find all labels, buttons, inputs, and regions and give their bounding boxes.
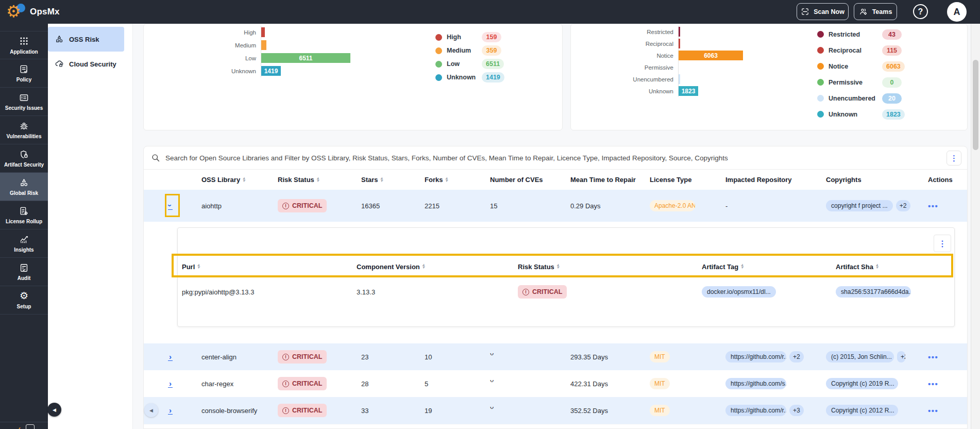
collapse-primary-sidebar-button[interactable]: ◀ (47, 403, 61, 417)
row-expand-toggle[interactable]: › (168, 407, 173, 415)
column-header-stars[interactable]: Stars▴▾ (350, 176, 413, 184)
kebab-icon: ⋮ (938, 239, 947, 249)
sort-icon[interactable]: ▴▾ (741, 264, 743, 269)
impacted-more-chip[interactable]: +3 (789, 405, 804, 416)
search-input[interactable]: Search for Open Source Libraries and Fil… (165, 154, 728, 162)
sidebar-item-policy[interactable]: Policy (0, 59, 48, 88)
stars-value: 33 (350, 407, 413, 415)
legend-item: Restricted43 (817, 26, 905, 42)
license-type-pill[interactable]: MIT (650, 351, 670, 362)
column-header-purl[interactable]: Purl▴▾ (178, 263, 357, 271)
license-type-pill[interactable]: MIT (650, 378, 670, 389)
sidebar-item-security-issues[interactable]: Security Issues (0, 88, 48, 116)
panel-options-kebab-button[interactable]: ⋮ (934, 235, 951, 252)
page-scrollbar[interactable] (971, 24, 980, 429)
row-actions-button[interactable]: ••• (928, 353, 938, 361)
sidebar-item-application[interactable]: Application (0, 31, 48, 59)
row-expand-toggle[interactable]: › (168, 202, 173, 210)
oss-library-name: center-align (190, 353, 266, 361)
row-actions-button[interactable]: ••• (928, 406, 938, 415)
copyright-more-chip[interactable]: +2 (897, 351, 905, 362)
sidebar-item-artifact-security[interactable]: Artifact Security (0, 144, 48, 173)
risk-status-badge: !CRITICAL (278, 404, 327, 417)
sort-icon[interactable]: ▴▾ (423, 264, 425, 269)
partial-next-row (144, 424, 967, 429)
critical-icon: ! (282, 354, 289, 360)
sidebar-item-cloud-security[interactable]: Cloud Security (48, 52, 124, 76)
sidebar-item-oss-risk[interactable]: OSS Risk (48, 27, 124, 52)
artifact-tag-chip[interactable]: docker.io/opsmx11/dl... (702, 286, 776, 298)
kebab-icon: ⋮ (950, 154, 958, 163)
oss-library-name: char-regex (190, 380, 266, 388)
cloud-security-icon (55, 59, 64, 69)
artifact-sha-chip[interactable]: sha256:53177a666d4da... (836, 286, 911, 298)
security-issues-icon (19, 92, 29, 103)
collapse-secondary-sidebar-button[interactable]: ◀ (144, 403, 158, 417)
license-type-pill[interactable]: MIT (650, 405, 670, 416)
table-row-console-browserify[interactable]: › console-browserify !CRITICAL 33 19 0 3… (144, 397, 967, 424)
severity-legend: High159 Medium359 Low6511 Unknown1419 (435, 30, 504, 84)
stars-value: 16365 (350, 202, 413, 210)
table-row-center-align[interactable]: › center-align !CRITICAL 23 10 0 293.35 … (144, 343, 967, 370)
scrollbar-thumb[interactable] (973, 60, 978, 150)
row-expand-toggle[interactable]: › (168, 380, 173, 388)
column-header-artifact-tag[interactable]: Artifact Tag▴▾ (702, 263, 836, 271)
copyright-more-chip[interactable]: +2 (896, 200, 910, 211)
purl-value: pkg:pypi/aiohttp@3.13.3 (178, 288, 357, 296)
sidebar-item-global-risk[interactable]: Global Risk (0, 173, 48, 201)
sidebar-item-vulnerabilities[interactable]: Vulnerabilities (0, 116, 48, 144)
shapes-icon (19, 177, 29, 188)
column-header-risk-status[interactable]: Risk Status▴▾ (518, 263, 702, 271)
table-row-aiohttp[interactable]: › aiohttp !CRITICAL 16365 2215 15 0.29 D… (144, 190, 967, 222)
sub-table-row[interactable]: pkg:pypi/aiohttp@3.13.3 3.13.3 !CRITICAL… (178, 277, 954, 306)
copyright-chip[interactable]: Copyright (c) 2012 R... (826, 405, 898, 416)
sort-icon[interactable]: ▴▾ (876, 264, 878, 269)
impacted-repository-chip[interactable]: https://github.com/r... (725, 405, 786, 416)
brand-name: OpsMx (30, 7, 60, 17)
mttr-value: 293.35 Days (559, 353, 638, 361)
copyright-chip[interactable]: copyright f project ... (826, 200, 893, 211)
column-header-forks[interactable]: Forks▴▾ (413, 176, 479, 184)
license-type-pill[interactable]: Apache-2.0 AND MI (650, 200, 695, 211)
copyright-chip[interactable]: Copyright (c) 2019 R... (826, 378, 898, 389)
sort-icon[interactable]: ▴▾ (445, 177, 447, 182)
teams-icon (859, 7, 868, 16)
column-header-component-version[interactable]: Component Version▴▾ (357, 263, 518, 271)
copyright-chip[interactable]: (c) 2015, Jon Schlin... (826, 351, 894, 362)
avatar[interactable]: A (947, 2, 967, 22)
license-chart-card: Restricted Reciprocal Notice6063 Permiss… (570, 24, 968, 130)
bar-notice: 6063 (679, 51, 743, 60)
application-icon (19, 36, 29, 46)
sort-icon[interactable]: ▴▾ (243, 177, 245, 182)
sidebar-item-audit[interactable]: Audit (0, 258, 48, 286)
axis-label: Permissive (571, 64, 678, 71)
column-header-risk-status[interactable]: Risk Status▴▾ (266, 176, 350, 184)
table-options-kebab-button[interactable]: ⋮ (947, 151, 961, 166)
cves-value: 0 (490, 407, 494, 410)
table-search-row: Search for Open Source Libraries and Fil… (144, 146, 967, 170)
scan-now-button[interactable]: Scan Now (797, 3, 849, 20)
legend-item: Unencumbered20 (817, 90, 905, 106)
row-actions-button[interactable]: ••• (928, 202, 938, 210)
table-row-char-regex[interactable]: › char-regex !CRITICAL 28 5 0 422.31 Day… (144, 370, 967, 397)
sidebar-item-license-rollup[interactable]: License Rollup (0, 201, 48, 229)
teams-button[interactable]: Teams (854, 3, 897, 20)
help-icon[interactable]: ? (913, 4, 928, 19)
sort-icon[interactable]: ▴▾ (381, 177, 383, 182)
license-legend: Restricted43 Reciprocal115 Notice6063 Pe… (817, 26, 905, 122)
clipped-arrow-icon: ‹ (19, 425, 21, 429)
sidebar-item-setup[interactable]: ⚙ Setup (0, 286, 48, 315)
sort-icon[interactable]: ▴▾ (197, 264, 199, 269)
impacted-repository-chip[interactable]: https://github.com/s... (725, 378, 786, 389)
row-expand-toggle[interactable]: › (168, 353, 173, 361)
sort-icon[interactable]: ▴▾ (317, 177, 319, 182)
column-header-oss-library[interactable]: OSS Library▴▾ (190, 176, 266, 184)
impacted-more-chip[interactable]: +2 (789, 351, 804, 362)
stars-value: 23 (350, 353, 413, 361)
impacted-repository-chip[interactable]: https://github.com/r... (725, 351, 786, 362)
sort-icon[interactable]: ▴▾ (557, 264, 559, 269)
row-actions-button[interactable]: ••• (928, 380, 938, 388)
column-header-artifact-sha[interactable]: Artifact Sha▴▾ (836, 263, 954, 271)
sidebar-item-insights[interactable]: Insights (0, 229, 48, 258)
critical-icon: ! (522, 289, 529, 295)
